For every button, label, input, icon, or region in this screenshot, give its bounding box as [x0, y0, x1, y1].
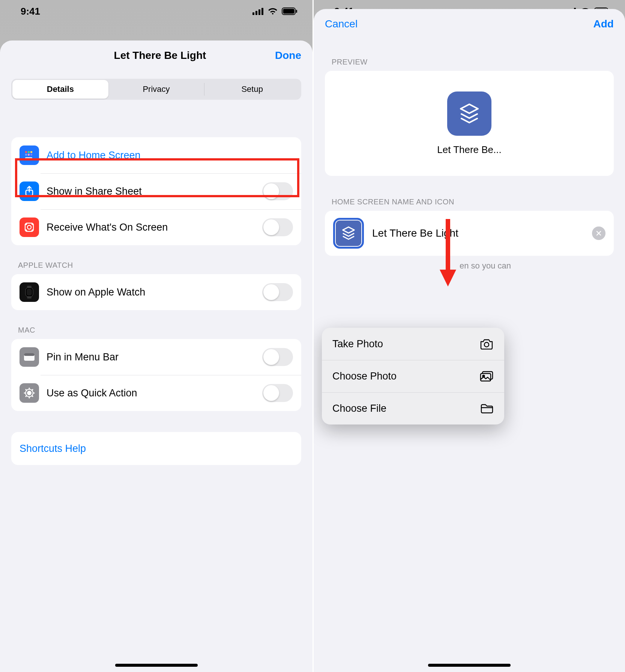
- status-bar: 9:41: [0, 0, 312, 22]
- receive-screen-row[interactable]: Receive What's On Screen: [11, 209, 301, 245]
- receive-screen-toggle[interactable]: [262, 218, 293, 236]
- menubar-icon: [20, 347, 39, 367]
- red-arrow-annotation: [437, 215, 459, 290]
- take-photo-item[interactable]: Take Photo: [322, 328, 504, 360]
- svg-point-43: [484, 342, 489, 347]
- add-button[interactable]: Add: [593, 18, 614, 30]
- add-to-home-label: Add to Home Screen: [47, 150, 293, 161]
- done-button[interactable]: Done: [275, 50, 301, 62]
- photo-library-icon: [479, 370, 494, 382]
- svg-point-17: [27, 225, 31, 229]
- svg-rect-1: [255, 11, 257, 15]
- svg-rect-6: [296, 10, 297, 13]
- share-sheet-row[interactable]: Show in Share Sheet: [11, 173, 301, 209]
- gear-icon: [20, 383, 39, 403]
- svg-line-30: [26, 390, 27, 390]
- svg-rect-9: [28, 151, 30, 153]
- svg-rect-45: [481, 374, 491, 381]
- add-to-home-sheet: Cancel Add PREVIEW Let There Be... HOME …: [314, 9, 625, 672]
- apple-watch-row[interactable]: Show on Apple Watch: [11, 274, 301, 310]
- battery-icon: [282, 8, 297, 15]
- quick-action-row[interactable]: Use as Quick Action: [11, 375, 301, 411]
- svg-rect-8: [25, 151, 27, 153]
- wifi-icon: [267, 8, 278, 15]
- status-time: 9:41: [21, 6, 40, 17]
- cellular-icon: [252, 8, 264, 15]
- preview-name: Let There Be...: [437, 144, 502, 156]
- add-to-home-screen-row[interactable]: Add to Home Screen: [11, 137, 301, 173]
- choose-file-item[interactable]: Choose File: [322, 392, 504, 424]
- svg-rect-21: [27, 289, 32, 296]
- cancel-button[interactable]: Cancel: [325, 18, 358, 30]
- clear-text-button[interactable]: [592, 226, 605, 240]
- apple-watch-icon: [20, 282, 39, 302]
- main-group: Add to Home Screen Show in Share Sheet R…: [11, 137, 301, 245]
- name-and-icon-row: Let There Be Light: [325, 211, 614, 256]
- apple-watch-toggle[interactable]: [262, 283, 293, 301]
- receive-screen-icon: [20, 218, 39, 237]
- tab-setup[interactable]: Setup: [204, 80, 300, 99]
- shortcuts-help-row[interactable]: Shortcuts Help: [11, 432, 301, 465]
- camera-icon: [479, 338, 494, 350]
- home-screen-icon: [20, 146, 39, 165]
- svg-rect-5: [283, 9, 294, 14]
- svg-line-33: [32, 390, 33, 390]
- preview-box: Let There Be...: [325, 71, 614, 176]
- svg-rect-3: [261, 8, 263, 15]
- segmented-control[interactable]: Details Privacy Setup: [11, 79, 301, 100]
- pin-menubar-row[interactable]: Pin in Menu Bar: [11, 339, 301, 375]
- name-icon-section-label: HOME SCREEN NAME AND ICON: [332, 198, 607, 206]
- svg-rect-18: [27, 286, 32, 288]
- svg-rect-10: [30, 151, 32, 153]
- preview-app-icon: [447, 92, 491, 136]
- help-group: Shortcuts Help: [11, 432, 301, 465]
- svg-line-32: [26, 396, 27, 396]
- home-indicator[interactable]: [428, 664, 511, 667]
- svg-point-25: [28, 392, 31, 394]
- left-screenshot: 9:41 Let There Be Light Done Details Pri…: [0, 0, 312, 672]
- apple-watch-group: Show on Apple Watch: [11, 274, 301, 310]
- tab-privacy[interactable]: Privacy: [108, 80, 204, 99]
- home-indicator[interactable]: [115, 664, 198, 667]
- status-indicators: [252, 8, 297, 15]
- mac-section-label: MAC: [18, 326, 294, 334]
- share-icon: [20, 182, 39, 201]
- nav-title: Let There Be Light: [114, 50, 206, 62]
- svg-line-31: [32, 396, 33, 396]
- shortcut-name-field[interactable]: Let There Be Light: [372, 227, 584, 239]
- svg-rect-12: [28, 154, 30, 156]
- choose-photo-item[interactable]: Choose Photo: [322, 360, 504, 392]
- share-sheet-toggle[interactable]: [262, 182, 293, 200]
- details-sheet: Let There Be Light Done Details Privacy …: [0, 40, 312, 672]
- apple-watch-section-label: APPLE WATCH: [18, 261, 294, 270]
- svg-rect-2: [258, 9, 260, 15]
- pin-menubar-toggle[interactable]: [262, 348, 293, 366]
- nav-bar: Cancel Add: [314, 9, 625, 39]
- svg-rect-0: [252, 12, 254, 15]
- icon-picker-button[interactable]: [333, 218, 364, 249]
- mac-group: Pin in Menu Bar Use as Quick Action: [11, 339, 301, 411]
- right-screenshot: 9:41 Cancel Add PREVIEW: [312, 0, 625, 672]
- svg-rect-19: [27, 297, 32, 298]
- svg-rect-11: [25, 154, 27, 156]
- quick-action-toggle[interactable]: [262, 384, 293, 402]
- icon-source-menu: Take Photo Choose Photo Choose File: [322, 328, 504, 424]
- svg-rect-13: [30, 154, 32, 156]
- svg-rect-23: [24, 353, 35, 356]
- folder-icon: [480, 403, 494, 414]
- hint-text: xxxxxxxxxxxxxxxxxxxxxxxxxxxxxxxen so you…: [332, 261, 607, 271]
- preview-section-label: PREVIEW: [332, 58, 607, 66]
- svg-marker-49: [440, 270, 456, 286]
- svg-rect-14: [25, 157, 32, 159]
- nav-bar: Let There Be Light Done: [0, 40, 312, 70]
- tab-details[interactable]: Details: [12, 80, 108, 99]
